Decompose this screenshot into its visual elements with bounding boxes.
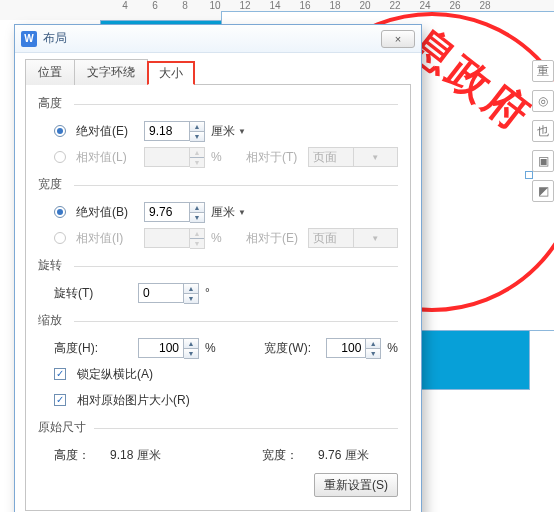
- unit-height-abs[interactable]: 厘米▼: [211, 123, 246, 140]
- tab-position[interactable]: 位置: [25, 59, 75, 85]
- spinner-height-rel: ▲▼: [144, 147, 205, 168]
- label-lock-aspect: 锁定纵横比(A): [77, 366, 153, 383]
- spinner-height-abs[interactable]: ▲▼: [144, 121, 205, 142]
- spin-down-icon[interactable]: ▼: [190, 131, 204, 141]
- radio-width-rel[interactable]: [54, 232, 66, 244]
- input-scale-h[interactable]: [138, 338, 184, 358]
- side-tool-2[interactable]: ◎: [532, 90, 554, 112]
- titlebar[interactable]: W 布局 ×: [15, 25, 421, 53]
- input-scale-w[interactable]: [326, 338, 366, 358]
- group-rotate: 旋转: [38, 257, 398, 274]
- unit-rotate: °: [205, 286, 210, 300]
- input-height-rel: [144, 147, 190, 167]
- spinner-width-rel: ▲▼: [144, 228, 205, 249]
- unit-width-rel: %: [211, 231, 222, 245]
- label-rotate: 旋转(T): [54, 285, 132, 302]
- unit-width-abs[interactable]: 厘米▼: [211, 204, 246, 221]
- tab-text-wrap[interactable]: 文字环绕: [74, 59, 148, 85]
- dialog-title: 布局: [43, 30, 381, 47]
- input-height-abs[interactable]: [144, 121, 190, 141]
- unit-height-rel: %: [211, 150, 222, 164]
- value-orig-w: 9.76 厘米: [318, 447, 398, 464]
- label-width-abs: 绝对值(B): [76, 204, 138, 221]
- chevron-down-icon: ▼: [353, 148, 398, 166]
- tab-size[interactable]: 大小: [147, 61, 195, 85]
- side-tool-1[interactable]: 重: [532, 60, 554, 82]
- spinner-scale-w[interactable]: ▲▼: [326, 338, 381, 359]
- radio-height-abs[interactable]: [54, 125, 66, 137]
- label-height-rel-to: 相对于(T): [246, 149, 302, 166]
- unit-scale-h: %: [205, 341, 216, 355]
- radio-height-rel[interactable]: [54, 151, 66, 163]
- select-width-rel-to: 页面▼: [308, 228, 398, 248]
- group-height: 高度: [38, 95, 398, 112]
- input-rotate[interactable]: [138, 283, 184, 303]
- side-tool-4[interactable]: ▣: [532, 150, 554, 172]
- label-scale-w: 宽度(W):: [264, 340, 320, 357]
- label-orig-h: 高度：: [54, 447, 104, 464]
- close-button[interactable]: ×: [381, 30, 415, 48]
- select-height-rel-to: 页面▼: [308, 147, 398, 167]
- unit-scale-w: %: [387, 341, 398, 355]
- layout-dialog: W 布局 × 位置 文字环绕 大小 高度 绝对值(E) ▲▼: [14, 24, 422, 512]
- side-tool-5[interactable]: ◩: [532, 180, 554, 202]
- label-orig-w: 宽度：: [262, 447, 312, 464]
- spinner-rotate[interactable]: ▲▼: [138, 283, 199, 304]
- input-width-rel: [144, 228, 190, 248]
- chevron-down-icon: ▼: [353, 229, 398, 247]
- spinner-width-abs[interactable]: ▲▼: [144, 202, 205, 223]
- checkbox-lock-aspect[interactable]: ✓: [54, 368, 66, 380]
- caret-down-icon: ▼: [238, 127, 246, 136]
- side-tool-3[interactable]: 也: [532, 120, 554, 142]
- input-width-abs[interactable]: [144, 202, 190, 222]
- side-toolbar: 重 ◎ 也 ▣ ◩: [532, 60, 554, 202]
- reset-button[interactable]: 重新设置(S): [314, 473, 398, 497]
- group-scale: 缩放: [38, 312, 398, 329]
- checkbox-relative-original[interactable]: ✓: [54, 394, 66, 406]
- label-width-rel: 相对值(I): [76, 230, 138, 247]
- spin-up-icon[interactable]: ▲: [190, 122, 204, 132]
- label-width-rel-to: 相对于(E): [246, 230, 302, 247]
- tab-strip: 位置 文字环绕 大小: [25, 59, 411, 85]
- spinner-scale-h[interactable]: ▲▼: [138, 338, 199, 359]
- label-scale-h: 高度(H):: [54, 340, 132, 357]
- label-relative-original: 相对原始图片大小(R): [77, 392, 190, 409]
- label-height-abs: 绝对值(E): [76, 123, 138, 140]
- radio-width-abs[interactable]: [54, 206, 66, 218]
- value-orig-h: 9.18 厘米: [110, 447, 200, 464]
- caret-down-icon: ▼: [238, 208, 246, 217]
- group-original: 原始尺寸: [38, 419, 398, 436]
- group-width: 宽度: [38, 176, 398, 193]
- label-height-rel: 相对值(L): [76, 149, 138, 166]
- app-icon: W: [21, 31, 37, 47]
